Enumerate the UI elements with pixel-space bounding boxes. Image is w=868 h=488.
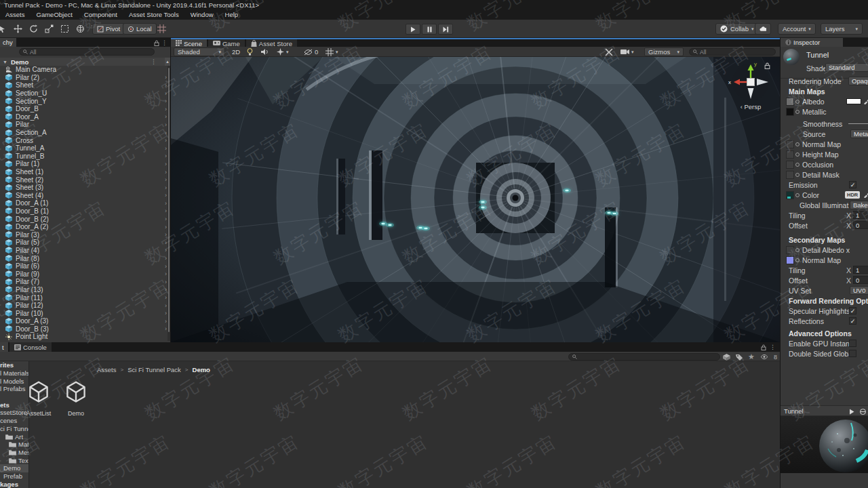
scene-camera-dropdown[interactable]: ▾ [620, 47, 634, 56]
scene-menu-icon[interactable]: ⋮ [151, 58, 157, 65]
play-button[interactable] [406, 24, 420, 35]
hierarchy-row[interactable]: Sheet (4)› [0, 192, 168, 200]
emission-color-row[interactable]: Color HDR [781, 190, 868, 200]
menu-component[interactable]: Component [84, 10, 117, 20]
preview-options-icon[interactable] [860, 409, 867, 415]
hierarchy-row[interactable]: Pilar (8)› [0, 254, 168, 262]
detail-mask-texture-slot[interactable] [786, 171, 794, 179]
smoothness-row[interactable]: Smoothness [781, 119, 868, 129]
hierarchy-scrollbar[interactable] [167, 66, 170, 341]
tab-hierarchy[interactable]: chy [0, 38, 16, 47]
detail-mask-row[interactable]: Detail Mask [781, 169, 868, 180]
tiling2-x-field[interactable]: 1 [853, 266, 868, 274]
rotate-tool-icon[interactable] [26, 23, 40, 35]
hierarchy-row[interactable]: Door_A (1)› [0, 199, 168, 207]
tiling-x-field[interactable]: 1 [853, 211, 868, 219]
collab-button[interactable]: Collab▾ [715, 23, 758, 35]
folder-item[interactable]: cenes [0, 417, 28, 425]
specular-checkbox[interactable]: ✓ [849, 307, 856, 314]
smoothness-slider[interactable] [848, 123, 868, 124]
gizmo-lock-icon[interactable] [764, 62, 770, 69]
metallic-row[interactable]: Metallic [781, 106, 868, 117]
reflections-checkbox[interactable]: ✓ [849, 317, 856, 325]
tab-console[interactable]: Console [9, 342, 52, 352]
menu-gameobject[interactable]: GameObject [37, 10, 73, 20]
prefab-chevron-icon[interactable]: › [165, 200, 167, 207]
hierarchy-row[interactable]: Pilar (7)› [0, 278, 168, 286]
prefab-chevron-icon[interactable]: › [165, 286, 167, 293]
prefab-chevron-icon[interactable]: › [165, 270, 167, 277]
shading-mode-dropdown[interactable]: Shaded ▾ [174, 47, 225, 56]
scene-effects-dropdown[interactable]: ▾ [277, 47, 289, 56]
prefab-chevron-icon[interactable]: › [165, 98, 167, 104]
folder-item[interactable]: Mesh [0, 449, 28, 457]
snap-grid-icon[interactable] [155, 23, 168, 35]
prefab-chevron-icon[interactable]: › [165, 192, 167, 199]
project-menu-icon[interactable]: ⋮ [770, 344, 776, 350]
project-search-input[interactable] [568, 353, 720, 361]
folder-item[interactable]: Prefab [0, 472, 28, 481]
step-button[interactable] [438, 24, 453, 35]
albedo-row[interactable]: Albedo [781, 96, 868, 106]
hierarchy-row[interactable]: Section_Y› [0, 97, 168, 105]
search-by-label-icon[interactable] [736, 354, 743, 361]
hierarchy-row[interactable]: Pilar (6)› [0, 262, 168, 270]
prefab-chevron-icon[interactable]: › [165, 263, 167, 270]
account-dropdown[interactable]: Account▾ [778, 23, 816, 35]
prefab-chevron-icon[interactable]: › [165, 247, 167, 253]
hierarchy-row[interactable]: Pilar (10)› [0, 309, 168, 317]
hierarchy-row[interactable]: Door_B (1)› [0, 207, 168, 216]
prefab-chevron-icon[interactable]: › [165, 121, 167, 128]
pan-tool-icon[interactable] [0, 23, 9, 35]
breadcrumb-item[interactable]: Sci Fi Tunnel Pack [127, 366, 181, 373]
prefab-chevron-icon[interactable]: › [165, 129, 167, 136]
rendering-mode-dropdown[interactable]: Opaque [848, 77, 868, 85]
source-dropdown[interactable]: Metalli [850, 129, 868, 138]
emission-checkbox[interactable]: ✓ [849, 181, 856, 188]
lock-icon[interactable] [154, 40, 159, 46]
secondary-normal-row[interactable]: Normal Map [781, 255, 868, 265]
folder-item[interactable]: Demo [0, 464, 28, 472]
prefab-chevron-icon[interactable]: › [165, 106, 167, 113]
prefab-chevron-icon[interactable]: › [165, 82, 167, 89]
menu-help[interactable]: Help [225, 10, 239, 20]
hierarchy-row[interactable]: Pilar (13)› [0, 286, 168, 294]
hidden-packages-icon[interactable] [760, 354, 768, 360]
gizmos-dropdown[interactable]: Gizmos ▾ [644, 47, 684, 56]
hierarchy-row[interactable]: Main Camera [0, 66, 168, 74]
prefab-chevron-icon[interactable]: › [165, 152, 167, 159]
asset-item[interactable]: AssetList [20, 380, 58, 417]
material-preview-header[interactable]: Tunnel [781, 405, 868, 416]
prefab-chevron-icon[interactable]: › [165, 207, 167, 214]
hierarchy-row[interactable]: Pilar (4)› [0, 247, 168, 255]
move-tool-icon[interactable] [11, 23, 24, 35]
menu-window[interactable]: Window [191, 10, 214, 20]
normal-map-row[interactable]: Normal Map [781, 139, 868, 149]
prefab-chevron-icon[interactable]: › [165, 310, 167, 317]
prefab-chevron-icon[interactable]: › [165, 169, 167, 176]
menu-assets[interactable]: Assets [5, 10, 25, 20]
metallic-texture-slot[interactable] [786, 108, 794, 116]
breadcrumb-item[interactable]: Assets [97, 366, 117, 373]
hierarchy-row[interactable]: Sheet (3)› [0, 184, 168, 192]
tab-project[interactable]: t [0, 342, 8, 352]
uv-set-dropdown[interactable]: UV0 [850, 286, 868, 295]
hierarchy-row[interactable]: Tunnel_B› [0, 152, 168, 161]
hierarchy-row[interactable]: Point Light [0, 333, 168, 341]
hierarchy-row[interactable]: Pilar (2)› [0, 74, 168, 82]
lock-icon[interactable] [761, 344, 766, 350]
hierarchy-row[interactable]: Sheet› [0, 81, 168, 89]
preview-play-icon[interactable] [849, 409, 854, 415]
prefab-chevron-icon[interactable]: › [165, 137, 167, 144]
scene-lighting-icon[interactable] [247, 47, 253, 56]
local-toggle[interactable]: Local [123, 23, 157, 35]
hierarchy-row[interactable]: Section_U› [0, 89, 168, 98]
hierarchy-row[interactable]: Door_B (3)› [0, 325, 168, 333]
toggle-2d[interactable]: 2D [232, 47, 240, 56]
scene-viewport[interactable]: y x ‹ Persp [171, 57, 780, 342]
prefab-chevron-icon[interactable]: › [165, 113, 167, 120]
cloud-button[interactable] [755, 23, 771, 35]
double-sided-checkbox[interactable] [849, 350, 856, 357]
eyedropper-icon[interactable] [863, 191, 868, 198]
hierarchy-row[interactable]: Pilar (3)› [0, 230, 168, 239]
